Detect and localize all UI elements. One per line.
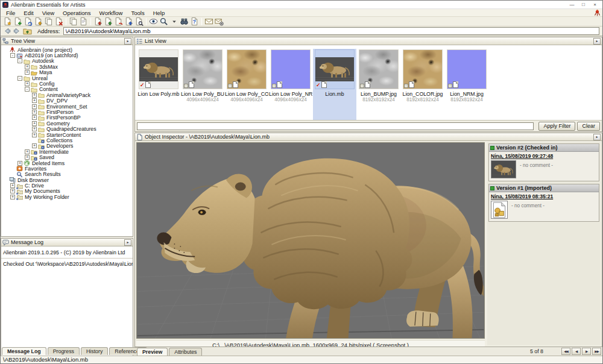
tree-item-quadrapedcreatures[interactable]: +QuadrapedCreatures (1, 126, 133, 131)
preview-icon[interactable] (148, 17, 159, 26)
file-item-lion-bump-jpg[interactable]: -Lion_BUMP.jpg8192x8192x24 (357, 49, 400, 120)
tree-item-saved[interactable]: +Saved (1, 154, 133, 160)
back-icon[interactable] (2, 27, 12, 36)
tree-item-startercontent[interactable]: +StarterContent (1, 132, 133, 137)
help-doc-icon[interactable]: ? (189, 17, 200, 26)
expand-icon[interactable]: + (32, 143, 37, 148)
expand-icon[interactable]: + (32, 121, 37, 126)
tree-item-animalvarietypack[interactable]: +AnimalVarietyPack (1, 92, 133, 98)
get-latest-icon[interactable] (124, 17, 134, 26)
expand-icon[interactable]: + (32, 127, 37, 131)
close-button[interactable]: × (589, 1, 601, 8)
file-item-lion-mb[interactable]: ✓Lion.mb (313, 49, 356, 120)
expand-icon[interactable]: + (25, 81, 30, 86)
tab-attributes[interactable]: Attributes (169, 348, 202, 356)
find-icon[interactable] (179, 17, 189, 26)
duplicate-icon[interactable] (43, 17, 54, 26)
expand-icon[interactable]: + (10, 189, 15, 193)
collapse-icon[interactable]: - (17, 58, 22, 63)
tree-view-menu-button[interactable]: ▸ (124, 38, 131, 45)
menu-tools[interactable]: Tools (127, 9, 148, 17)
tree-item-developers[interactable]: +Developers (1, 143, 133, 149)
menu-view[interactable]: View (38, 9, 58, 17)
expand-icon[interactable]: + (32, 93, 37, 98)
tree-item-maya[interactable]: +Maya (1, 70, 133, 75)
file-item-lion-low-poly-mb[interactable]: ✓Lion Low Poly.mb (137, 49, 180, 120)
tree-item-geometry[interactable]: +Geometry (1, 121, 133, 126)
expand-icon[interactable]: + (17, 161, 22, 166)
paste-icon[interactable] (78, 17, 89, 26)
menu-edit[interactable]: Edit (19, 9, 37, 17)
tab-history[interactable]: History (81, 347, 108, 355)
version-author-date[interactable]: Nina, 15/08/2019 08:35:21 (491, 193, 597, 199)
tree-item-ab2019-on-latchford[interactable]: -AB2019 (on Latchford) (1, 52, 133, 58)
expand-icon[interactable]: + (25, 64, 30, 69)
expand-icon[interactable]: + (10, 195, 15, 199)
version-scene-thumbnail[interactable] (491, 160, 516, 178)
tree-item-environment-set[interactable]: +Environment_Set (1, 104, 133, 109)
tree-item-unreal[interactable]: -Unreal (1, 75, 133, 81)
tree-item-autodesk[interactable]: -Autodesk (1, 58, 133, 64)
file-item-lion-color-jpg[interactable]: -Lion_COLOR.jpg8192x8192x24 (401, 49, 444, 120)
check-in-icon[interactable] (103, 17, 113, 26)
expand-icon[interactable]: + (10, 183, 15, 188)
expand-icon[interactable]: + (25, 70, 30, 75)
previous-page-icon[interactable]: ◀ (572, 348, 581, 355)
file-item-lion-low-poly-bump[interactable]: -Lion Low Poly_BUMP...4096x4096x24 (181, 49, 224, 120)
menu-workflow[interactable]: Workflow (95, 9, 127, 17)
file-item-lion-low-poly-colo[interactable]: -Lion Low Poly_COLO...4096x4096x24 (225, 49, 268, 120)
tree-item-content[interactable]: -Content (1, 87, 133, 92)
next-page-icon[interactable]: ▶ (582, 348, 591, 355)
tab-message-log[interactable]: Message Log (2, 347, 46, 355)
menu-file[interactable]: File (2, 9, 19, 17)
check-out-icon[interactable] (93, 17, 103, 26)
mail-settings-icon[interactable] (214, 17, 224, 26)
tree-item-config[interactable]: +Config (1, 81, 133, 86)
delete-icon[interactable] (54, 17, 64, 26)
version-author-date[interactable]: Nina, 15/08/2019 09:27:48 (491, 153, 597, 159)
filter-input[interactable] (137, 122, 534, 130)
version-entry[interactable]: Version #1 (Imported)Nina, 15/08/2019 08… (488, 184, 599, 222)
collapse-icon[interactable]: - (17, 76, 22, 81)
maximize-button[interactable]: □ (578, 1, 589, 8)
tree-item-search-results[interactable]: Search Results (1, 172, 133, 177)
tree-item-firstperson[interactable]: +FirstPerson (1, 109, 133, 115)
expand-icon[interactable]: + (32, 104, 37, 109)
zoom-dropdown-caret-icon[interactable] (169, 17, 179, 26)
copy-icon[interactable] (68, 17, 78, 26)
file-item-lion-low-poly-nrm-j[interactable]: -Lion Low Poly_NRM.j...4096x4096x24 (269, 49, 312, 120)
zoom-icon[interactable] (159, 17, 169, 26)
expand-icon[interactable]: + (25, 149, 30, 154)
collapse-icon[interactable]: - (25, 87, 30, 92)
menu-help[interactable]: Help (149, 9, 169, 17)
refresh-icon[interactable] (23, 17, 33, 26)
tree-item-dv-dpv[interactable]: +DV_DPV (1, 98, 133, 104)
minimize-button[interactable]: — (566, 1, 578, 8)
send-mail-icon[interactable] (204, 17, 214, 26)
preview-viewport-lion-render[interactable] (136, 142, 485, 339)
list-view-menu-button[interactable]: ▸ (593, 38, 601, 45)
last-page-icon[interactable]: ▶▶ (592, 348, 601, 355)
version-file-icon[interactable] (491, 201, 508, 219)
clear-filter-button[interactable]: Clear (577, 122, 600, 131)
tree-item-3dsmax[interactable]: +3dsMax (1, 64, 133, 69)
tree-item-intermediate[interactable]: +Intermediate (1, 149, 133, 154)
tab-preview[interactable]: Preview (137, 348, 168, 356)
collapse-icon[interactable]: - (10, 53, 15, 58)
object-inspector-menu-button[interactable]: ▸ (593, 134, 601, 140)
tree-item-my-working-folder[interactable]: +My Working Folder (1, 194, 133, 199)
message-log-menu-button[interactable]: ▸ (124, 239, 131, 246)
compare-icon[interactable] (134, 17, 144, 26)
menu-operations[interactable]: Operations (58, 9, 95, 17)
new-item-icon[interactable] (2, 17, 13, 26)
first-page-icon[interactable]: ◀◀ (561, 348, 570, 355)
tree-item-firstpersonbp[interactable]: +FirstPersonBP (1, 115, 133, 121)
forward-icon[interactable] (12, 27, 22, 36)
tree-item-collections[interactable]: Collections (1, 137, 133, 143)
expand-icon[interactable]: + (32, 115, 37, 120)
add-to-project-icon[interactable] (13, 17, 23, 26)
expand-icon[interactable]: + (32, 133, 37, 137)
file-item-lion-nrm-jpg[interactable]: -Lion_NRM.jpg8192x8192x24 (445, 49, 488, 120)
expand-icon[interactable]: + (32, 98, 37, 103)
apply-filter-button[interactable]: Apply Filter (538, 122, 575, 131)
